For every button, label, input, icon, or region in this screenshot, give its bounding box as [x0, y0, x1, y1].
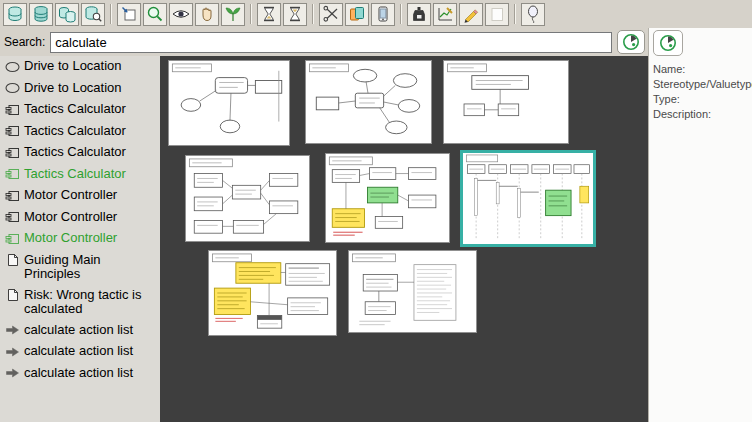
result-label: Risk: Wrong tactic is calculated: [24, 288, 159, 316]
result-item-tactics-calculator[interactable]: Tactics Calculator: [0, 164, 160, 186]
result-item-motor-controller[interactable]: Motor Controller: [0, 185, 160, 207]
toolbar-separator: [514, 4, 516, 24]
thumbnail-component-diagram-highlighted[interactable]: [325, 153, 450, 243]
result-label: Motor Controller: [24, 231, 159, 245]
result-item-motor-controller[interactable]: Motor Controller: [0, 207, 160, 229]
database-stack-icon[interactable]: [29, 3, 53, 26]
component-icon: [3, 102, 21, 117]
blank-sheet-icon[interactable]: [485, 3, 509, 26]
result-label: Guiding Main Principles: [24, 253, 159, 281]
cards-icon[interactable]: [345, 3, 369, 26]
database-search-icon[interactable]: [81, 3, 105, 26]
balloon-icon[interactable]: [521, 3, 545, 26]
toolbar-separator: [110, 4, 112, 24]
magnifier-balloon-button[interactable]: [653, 30, 683, 56]
component-icon: [3, 145, 21, 160]
scissors-icon[interactable]: [319, 3, 343, 26]
magnifier-balloon-button[interactable]: [617, 30, 645, 54]
database-copy-icon[interactable]: [55, 3, 79, 26]
eye-icon[interactable]: [169, 3, 193, 26]
component-icon: [3, 210, 21, 225]
result-item-tactics-calculator[interactable]: Tactics Calculator: [0, 121, 160, 143]
ink-bottle-icon[interactable]: [407, 3, 431, 26]
search-input[interactable]: [50, 32, 612, 53]
toolbar-separator: [250, 4, 252, 24]
document-icon: [3, 253, 21, 268]
result-label: Motor Controller: [24, 188, 159, 202]
result-label: Tactics Calculator: [24, 167, 159, 181]
main-toolbar: [0, 0, 752, 28]
thumbnail-notes-diagram[interactable]: [208, 250, 337, 336]
result-item-risk-wrong-tactic-is-calculated[interactable]: Risk: Wrong tactic is calculated: [0, 285, 160, 320]
result-label: Drive to Location: [24, 81, 159, 95]
hourglass-icon[interactable]: [257, 3, 281, 26]
result-label: Tactics Calculator: [24, 102, 159, 116]
component-icon: [3, 124, 21, 139]
result-item-calculate-action-list[interactable]: calculate action list: [0, 320, 160, 342]
result-label: calculate action list: [24, 344, 159, 358]
result-item-drive-to-location[interactable]: Drive to Location: [0, 56, 160, 78]
database-icon[interactable]: [3, 3, 27, 26]
hand-icon[interactable]: [195, 3, 219, 26]
result-item-tactics-calculator[interactable]: Tactics Calculator: [0, 99, 160, 121]
toolbar-separator: [312, 4, 314, 24]
description-field-label: Description:: [653, 107, 752, 122]
arrow-icon: [3, 323, 21, 338]
result-item-tactics-calculator[interactable]: Tactics Calculator: [0, 142, 160, 164]
result-label: Drive to Location: [24, 59, 159, 73]
search-label: Search:: [4, 35, 45, 49]
stereotype-field-label: Stereotype/Valuetype:: [653, 77, 752, 92]
search-bar: Search:: [0, 28, 648, 56]
arrow-icon: [3, 366, 21, 381]
component-icon: [3, 231, 21, 246]
name-field-label: Name:: [653, 62, 752, 77]
thumbnail-communication-diagram[interactable]: [305, 60, 432, 144]
usecase-icon: [3, 81, 21, 96]
chart-edit-icon[interactable]: [433, 3, 457, 26]
result-item-drive-to-location[interactable]: Drive to Location: [0, 78, 160, 100]
plant-icon[interactable]: [221, 3, 245, 26]
zoom-magnifier-icon[interactable]: [143, 3, 167, 26]
search-results-list: Drive to LocationDrive to LocationTactic…: [0, 56, 160, 422]
component-icon: [3, 167, 21, 182]
hourglass-flipped-icon[interactable]: [283, 3, 307, 26]
result-label: calculate action list: [24, 366, 159, 380]
thumbnail-structure-diagram[interactable]: [443, 60, 569, 144]
result-item-guiding-main-principles[interactable]: Guiding Main Principles: [0, 250, 160, 285]
thumbnail-use-case-diagram[interactable]: [168, 60, 290, 146]
application-window: Search: Drive to LocationDrive to Locati…: [0, 0, 752, 422]
usecase-icon: [3, 59, 21, 74]
arrow-icon: [3, 344, 21, 359]
result-label: Tactics Calculator: [24, 124, 159, 138]
phone-icon[interactable]: [371, 3, 395, 26]
result-label: Tactics Calculator: [24, 145, 159, 159]
toolbar-separator: [400, 4, 402, 24]
thumbnail-component-diagram[interactable]: [185, 155, 310, 242]
result-item-motor-controller[interactable]: Motor Controller: [0, 228, 160, 250]
thumbnail-risk-document-diagram[interactable]: [348, 250, 477, 333]
thumbnail-sequence-diagram[interactable]: [462, 152, 594, 245]
component-icon: [3, 188, 21, 203]
result-label: calculate action list: [24, 323, 159, 337]
document-icon: [3, 288, 21, 303]
result-label: Motor Controller: [24, 210, 159, 224]
result-item-calculate-action-list[interactable]: calculate action list: [0, 363, 160, 385]
diagram-canvas: [160, 56, 648, 422]
new-diagram-icon[interactable]: [117, 3, 141, 26]
type-field-label: Type:: [653, 92, 752, 107]
properties-panel: Name: Stereotype/Valuetype: Type: Descri…: [648, 28, 752, 422]
pencil-icon[interactable]: [459, 3, 483, 26]
result-item-calculate-action-list[interactable]: calculate action list: [0, 341, 160, 363]
